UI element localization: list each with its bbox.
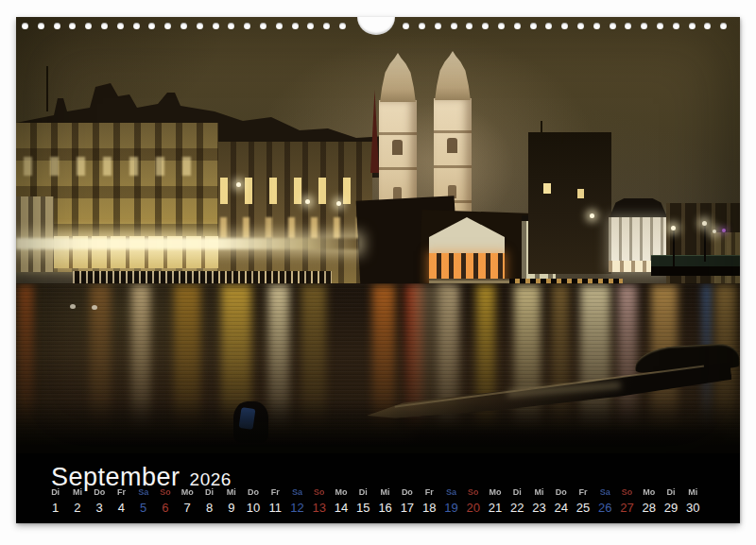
binding-hole bbox=[657, 23, 663, 29]
calendar-day-cell: Mi9 bbox=[220, 487, 242, 515]
binding-hole bbox=[307, 23, 314, 29]
binding-hole bbox=[101, 23, 108, 29]
day-of-week-label: Di bbox=[198, 487, 220, 497]
day-of-week-label: So bbox=[154, 487, 176, 497]
day-of-week-label: Sa bbox=[594, 487, 616, 497]
binding-hole bbox=[561, 23, 568, 29]
binding-hole bbox=[69, 23, 76, 29]
day-number: 5 bbox=[132, 501, 154, 515]
binding-hole bbox=[213, 23, 219, 29]
day-number: 7 bbox=[177, 501, 198, 515]
binding-hole bbox=[403, 23, 409, 29]
binding-hole bbox=[689, 23, 696, 29]
binding-hole bbox=[85, 23, 92, 29]
day-of-week-label: Mi bbox=[66, 487, 88, 497]
binding-hole bbox=[22, 23, 28, 29]
day-number: 23 bbox=[528, 501, 550, 515]
calendar-day-cell: Mo14 bbox=[330, 487, 352, 515]
day-of-week-label: Mo bbox=[330, 487, 352, 497]
day-of-week-label: Sa bbox=[286, 487, 308, 497]
day-of-week-label: So bbox=[462, 487, 484, 497]
day-number: 22 bbox=[507, 501, 528, 515]
calendar-day-cell: Di8 bbox=[198, 487, 220, 515]
calendar-day-row: Di1Mi2Do3Fr4Sa5So6Mo7Di8Mi9Do10Fr11Sa12S… bbox=[44, 487, 704, 515]
day-number: 15 bbox=[352, 501, 374, 515]
calendar-page: September 2026 Di1Mi2Do3Fr4Sa5So6Mo7Di8M… bbox=[16, 17, 740, 523]
day-number: 14 bbox=[330, 501, 352, 515]
calendar-day-cell: Di22 bbox=[507, 487, 528, 515]
calendar-day-cell: Do24 bbox=[550, 487, 572, 515]
day-number: 2 bbox=[66, 501, 88, 515]
calendar-day-cell: Fr11 bbox=[265, 487, 286, 515]
binding-hole bbox=[704, 23, 711, 29]
binding-hole bbox=[117, 23, 124, 29]
binding-hole bbox=[133, 23, 140, 29]
calendar-day-cell: Do10 bbox=[242, 487, 264, 515]
day-number: 13 bbox=[308, 501, 330, 515]
day-number: 3 bbox=[89, 501, 111, 515]
day-of-week-label: Di bbox=[507, 487, 528, 497]
calendar-day-cell: So6 bbox=[154, 487, 176, 515]
calendar-day-cell: Sa5 bbox=[132, 487, 154, 515]
binding-hole bbox=[260, 23, 266, 29]
calendar-day-cell: Sa12 bbox=[286, 487, 308, 515]
day-of-week-label: Do bbox=[396, 487, 418, 497]
calendar-day-cell: Di1 bbox=[44, 487, 66, 515]
calendar-strip: September 2026 Di1Mi2Do3Fr4Sa5So6Mo7Di8M… bbox=[16, 453, 740, 523]
binding-hole bbox=[545, 23, 552, 29]
day-number: 25 bbox=[572, 501, 593, 515]
calendar-day-cell: Mo21 bbox=[484, 487, 506, 515]
calendar-day-cell: Fr25 bbox=[572, 487, 593, 515]
calendar-day-cell: Mo7 bbox=[177, 487, 198, 515]
calendar-day-cell: So13 bbox=[308, 487, 330, 515]
day-of-week-label: Di bbox=[352, 487, 374, 497]
binding-hole bbox=[180, 23, 187, 29]
day-number: 28 bbox=[638, 501, 660, 515]
binding-hole bbox=[435, 23, 441, 29]
binding-hole bbox=[244, 23, 250, 29]
day-of-week-label: Do bbox=[550, 487, 572, 497]
day-of-week-label: Mo bbox=[638, 487, 660, 497]
binding-hole bbox=[593, 23, 600, 29]
binding-hole bbox=[197, 23, 203, 29]
binding-hole bbox=[148, 23, 155, 29]
binding-hole bbox=[466, 23, 472, 29]
calendar-day-cell: Mi16 bbox=[374, 487, 396, 515]
day-number: 1 bbox=[44, 501, 66, 515]
calendar-day-cell: So27 bbox=[616, 487, 638, 515]
calendar-day-cell: Fr4 bbox=[111, 487, 132, 515]
binding-hole bbox=[720, 23, 727, 29]
wall-background: September 2026 Di1Mi2Do3Fr4Sa5So6Mo7Di8M… bbox=[0, 0, 756, 545]
day-of-week-label: Di bbox=[660, 487, 681, 497]
calendar-day-cell: Sa26 bbox=[594, 487, 616, 515]
day-of-week-label: Fr bbox=[572, 487, 593, 497]
day-number: 30 bbox=[682, 501, 704, 515]
binding-hole bbox=[276, 23, 283, 29]
day-of-week-label: Mo bbox=[484, 487, 506, 497]
day-of-week-label: Sa bbox=[132, 487, 154, 497]
day-number: 6 bbox=[154, 501, 176, 515]
binding-hole bbox=[625, 23, 631, 29]
day-number: 26 bbox=[594, 501, 616, 515]
calendar-day-cell: Di29 bbox=[660, 487, 681, 515]
photo-vignette bbox=[16, 17, 740, 453]
day-of-week-label: So bbox=[308, 487, 330, 497]
binding-hole bbox=[577, 23, 584, 29]
binding-hole bbox=[339, 23, 346, 29]
binding-hole bbox=[514, 23, 521, 29]
day-of-week-label: Mi bbox=[682, 487, 704, 497]
photo-zurich-night bbox=[16, 17, 740, 453]
calendar-day-cell: Mi23 bbox=[528, 487, 550, 515]
binding-hole bbox=[292, 23, 299, 29]
day-of-week-label: Mi bbox=[220, 487, 242, 497]
day-number: 10 bbox=[242, 501, 264, 515]
day-number: 9 bbox=[220, 501, 242, 515]
day-number: 12 bbox=[286, 501, 308, 515]
day-number: 11 bbox=[265, 501, 286, 515]
calendar-day-cell: Sa19 bbox=[440, 487, 462, 515]
day-number: 20 bbox=[462, 501, 484, 515]
binding-hole bbox=[228, 23, 234, 29]
day-of-week-label: Mi bbox=[374, 487, 396, 497]
day-of-week-label: Mo bbox=[177, 487, 198, 497]
calendar-day-cell: Mo28 bbox=[638, 487, 660, 515]
